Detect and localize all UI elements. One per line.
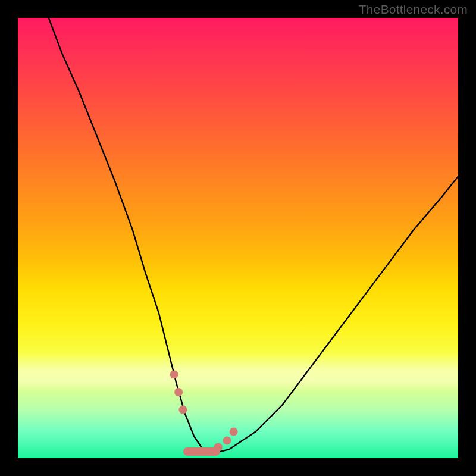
curve-dot (230, 428, 238, 436)
curve-dots (170, 370, 238, 451)
curve-dot (179, 406, 187, 414)
curve-dot (170, 370, 178, 378)
curve-layer (18, 18, 458, 458)
bottleneck-curve (49, 18, 458, 454)
plot-area (18, 18, 458, 458)
curve-dot (223, 436, 231, 444)
watermark-text: TheBottleneck.com (359, 2, 468, 17)
curve-dot (214, 443, 223, 452)
curve-dot (174, 388, 183, 396)
chart-frame: TheBottleneck.com (0, 0, 476, 476)
